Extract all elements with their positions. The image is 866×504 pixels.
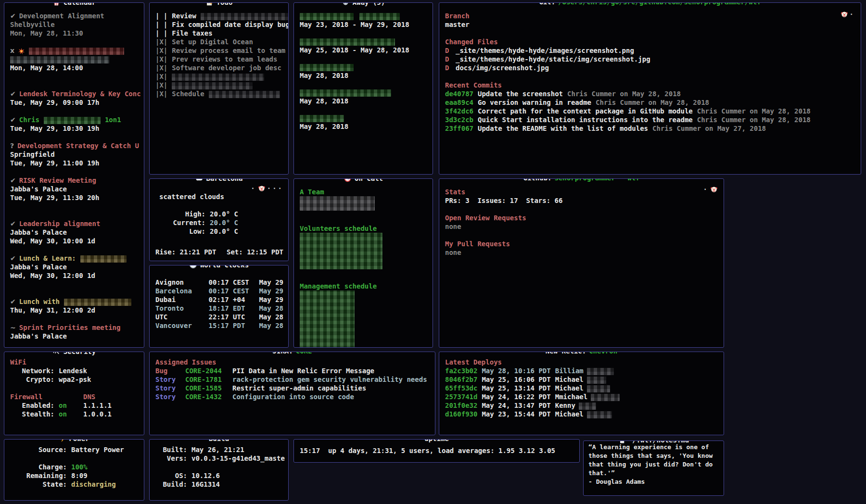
todo-checkbox[interactable]: | | — [155, 29, 167, 37]
event-datetime: Thu, May 31, 12:00 2d — [10, 306, 139, 315]
my-pull-requests-value: none — [445, 248, 719, 257]
github-stats-heading: Stats — [445, 188, 719, 196]
jira-issue[interactable]: BugCORE-2044PII Data in New Relic Error … — [155, 366, 430, 375]
event-datetime: Wed, May 30, 10:00 1d — [10, 237, 139, 245]
commit-message: Quick Start installation instructions in… — [478, 116, 693, 124]
jira-issue[interactable]: StoryCORE-1432Configuration into source … — [155, 392, 430, 401]
issue-summary: Restrict super-admin capabilities — [232, 384, 366, 392]
todo-checkbox[interactable]: |X| — [155, 55, 167, 63]
assigned-issues-heading: Assigned Issues — [155, 358, 430, 366]
redacted-text — [209, 91, 280, 98]
todo-checkbox[interactable]: |X| — [155, 47, 167, 54]
commit-hash: 23ff067 — [445, 125, 473, 132]
clock-city: Barcelona — [155, 287, 209, 295]
issue-type: Story — [155, 375, 185, 384]
crypto-value: wpa2-psk — [59, 375, 91, 384]
away-entry: May 28, 2018 — [300, 88, 428, 105]
todo-checkbox[interactable]: |X| — [155, 73, 167, 80]
build-panel-title: Build — [205, 439, 232, 442]
panel-title-text: New Relic: — [546, 352, 586, 355]
collision-icon — [18, 48, 25, 55]
git-commit: 3d3c2cbQuick Start installation instruct… — [445, 115, 856, 124]
cloud-icon — [195, 178, 204, 182]
todo-item[interactable]: |X|Set up Digital Ocean — [155, 38, 283, 46]
deploy-datetime: May 25, 13:14 PDT — [482, 384, 550, 392]
todo-item[interactable]: |X|Schedule — [155, 89, 283, 98]
todo-item[interactable]: |X|Prev reviews to team leads — [155, 55, 283, 63]
power-panel: Power Source:Battery Power Charge:100% R… — [4, 439, 144, 501]
todo-checkbox[interactable]: |X| — [155, 64, 167, 72]
redacted-text — [10, 56, 109, 63]
event-marker: ✔ — [10, 90, 16, 98]
calendar-event: ✔Leadership alignment Jabba's Palace Wed… — [10, 219, 139, 245]
terminal-dashboard: Calendar ✔Development Alignment Shelbyvi… — [0, 0, 866, 504]
weather-panel: Barcelona · ··· scattered clouds High:20… — [149, 178, 289, 261]
panel-title-text: Away (5) — [353, 2, 385, 6]
dns-server-2: 1.0.0.1 — [83, 410, 139, 418]
away-entry: May 28, 2018 — [300, 63, 428, 80]
clock-row: Barcelona00:17 CESTMay 29 — [155, 287, 283, 295]
firewall-stealth-label: Stealth: — [10, 410, 54, 418]
build-os-label: OS: — [155, 471, 187, 480]
panel-title-text: Barcelona — [206, 178, 243, 182]
build-version-label: Vers: — [155, 454, 187, 463]
redacted-text — [172, 82, 253, 89]
todo-item[interactable]: |X|Review process email to team — [155, 46, 283, 55]
weather-high-value: 20.0° C — [210, 210, 238, 218]
todo-item[interactable]: |X|Software developer job desc — [155, 63, 283, 72]
deploy-list: fa2c3b02May 28, 10:16 PDTBilliam 8046f2b… — [445, 366, 719, 418]
todo-checkbox[interactable]: | | — [155, 21, 167, 28]
git-repo-path: /Users/chris/go/src/github.com/senorprog… — [558, 2, 761, 6]
issue-type: Bug — [155, 366, 185, 375]
jira-issue[interactable]: StoryCORE-1781rack-protection gem securi… — [155, 375, 430, 384]
todo-item-label: Review — [172, 12, 196, 20]
build-panel: Build Built:May 26, 21:21 Vers:v0.0.3-15… — [149, 439, 289, 501]
github-stats-values: PRs: 3 Issues: 17 Stars: 66 — [445, 196, 719, 205]
redacted-text — [300, 89, 391, 97]
firewall-column: Firewall Enabled:on Stealth:on — [10, 392, 83, 418]
clock-time: 18:17 EDT — [209, 304, 259, 313]
event-datetime: Tue, May 29, 09:00 17h — [10, 98, 139, 107]
todo-item[interactable]: | |Review — [155, 12, 283, 20]
clock-row: UTC22:17 UTCMay 28 — [155, 313, 283, 321]
todo-item-label: File taxes — [172, 29, 212, 37]
clock-time: 00:17 CEST — [209, 287, 259, 295]
clock-row: Toronto18:17 EDTMay 28 — [155, 304, 283, 313]
jira-panel-title: JIRA: CORE — [269, 352, 316, 355]
notes-panel-title: ~/.wtf/notes.md — [615, 441, 692, 444]
git-commit-list: de40787Update the screenshotChris Cummer… — [445, 89, 856, 133]
event-datetime: Mon, May 28, 11:30 — [10, 29, 139, 38]
todo-checkbox[interactable]: |X| — [155, 90, 167, 98]
new-relic-panel-title: New Relic: Chevron — [542, 352, 621, 355]
event-datetime: Tue, May 29, 11:00 19h — [10, 159, 139, 167]
todo-checkbox[interactable]: | | — [155, 12, 167, 20]
panel-title-text: Calendar — [64, 2, 96, 6]
new-relic-app-name: Chevron — [589, 352, 617, 355]
dns-server-1: 1.1.1.1 — [83, 401, 139, 410]
git-file-status: D — [445, 55, 456, 63]
git-file-status: D — [445, 46, 456, 55]
new-relic-panel: New Relic: Chevron Latest Deploys fa2c3b… — [439, 352, 724, 435]
sunset-time: Set: 12:15 PDT — [227, 248, 283, 256]
open-review-requests-value: none — [445, 222, 719, 231]
redacted-text — [29, 48, 124, 55]
todo-item[interactable]: | |File taxes — [155, 29, 283, 38]
todo-checkbox[interactable]: |X| — [155, 81, 167, 89]
jira-issue[interactable]: StoryCORE-1585Restrict super-admin capab… — [155, 384, 430, 392]
fencer-icon — [52, 352, 61, 355]
todo-item[interactable]: |X| — [155, 72, 283, 81]
todo-item[interactable]: |X| — [155, 81, 283, 89]
todo-item[interactable]: | |Fix compiled date display bug — [155, 20, 283, 29]
clock-date: May 28 — [259, 321, 283, 330]
issue-key: CORE-2044 — [185, 366, 232, 375]
redacted-text — [300, 290, 355, 348]
deploy-datetime: May 24, 16:22 PDT — [482, 393, 550, 401]
event-marker: ✔ — [10, 116, 16, 124]
event-location: Jabba's Palace — [10, 332, 139, 340]
wifi-heading: WiFi — [10, 358, 139, 366]
todo-checkbox[interactable]: |X| — [155, 38, 167, 46]
clock-row: Dubai02:17 +04May 29 — [155, 295, 283, 304]
event-datetime: Wed, May 30, 12:00 1d — [10, 271, 139, 280]
event-title: Lunch with — [19, 298, 60, 305]
event-marker: ✔ — [10, 254, 16, 262]
